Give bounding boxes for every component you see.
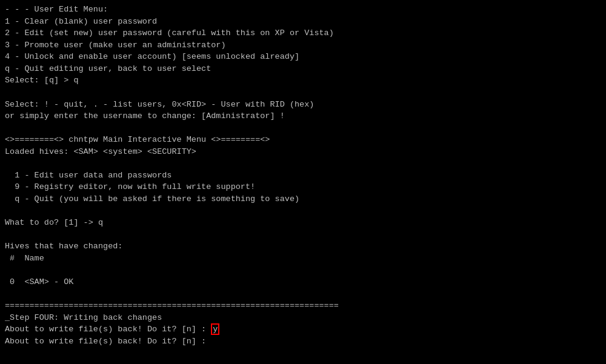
line-0: - - - User Edit Menu: xyxy=(5,4,601,16)
line-26: _Step FOUR: Writing back changes xyxy=(5,312,601,324)
line-6: Select: [q] > q xyxy=(5,74,601,87)
line-25: ========================================… xyxy=(5,300,601,312)
line-13 xyxy=(5,157,601,170)
line-15: 9 - Registry editor, now with full write… xyxy=(5,181,601,193)
line-8: Select: ! - quit, . - list users, 0x<RID… xyxy=(5,99,601,111)
line-11: <>========<> chntpw Main Interactive Men… xyxy=(5,134,601,146)
line-7 xyxy=(5,87,601,99)
line-28: About to write file(s) back! Do it? [n] … xyxy=(5,336,601,348)
line-19 xyxy=(5,229,601,241)
line-21: # Name xyxy=(5,253,601,265)
y-highlight: y xyxy=(211,323,219,335)
line-27-y: About to write file(s) back! Do it? [n] … xyxy=(5,323,601,336)
line-18: What to do? [1] -> q xyxy=(5,217,601,229)
line-31 xyxy=(5,359,601,364)
terminal-window: - - - User Edit Menu: 1 - Clear (blank) … xyxy=(5,4,601,360)
line-17 xyxy=(5,205,601,217)
line-14: 1 - Edit user data and passwords xyxy=(5,170,601,182)
line-16: q - Quit (you will be asked if there is … xyxy=(5,193,601,205)
line-4: 4 - Unlock and enable user account) [see… xyxy=(5,51,601,63)
line-22 xyxy=(5,264,601,276)
line-12: Loaded hives: <SAM> <system> <SECURITY> xyxy=(5,146,601,158)
line-1: 1 - Clear (blank) user password xyxy=(5,16,601,28)
line-20: Hives that have changed: xyxy=(5,240,601,253)
line-5: q - Quit editing user, back to user sele… xyxy=(5,63,601,75)
line-2: 2 - Edit (set new) user password (carefu… xyxy=(5,27,601,39)
line-23: 0 <SAM> - OK xyxy=(5,276,601,288)
line-24 xyxy=(5,288,601,300)
line-29 xyxy=(5,347,601,359)
line-9: or simply enter the username to change: … xyxy=(5,110,601,122)
line-10 xyxy=(5,122,601,134)
line-3: 3 - Promote user (make user an administr… xyxy=(5,39,601,51)
